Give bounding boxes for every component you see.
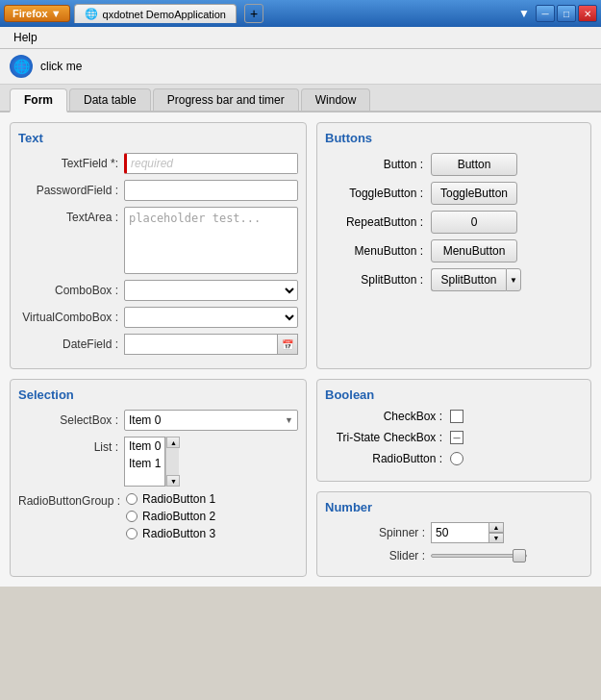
repeatbutton-row: RepeatButton : 0 [325, 211, 583, 234]
radiobutton-3-label: RadioButton 3 [142, 527, 215, 540]
selectbox-dropdown[interactable]: Item 0 ▼ [124, 410, 298, 431]
spinner-down-icon: ▼ [493, 535, 500, 541]
slider-wrap [431, 554, 583, 558]
firefox-label: Firefox [13, 8, 48, 19]
tristate-input[interactable]: ─ [450, 431, 463, 444]
datefield-wrap: 📅 [124, 334, 298, 355]
radiobutton-bool-row: RadioButton : [325, 452, 583, 465]
spinner-row: Spinner : ▲ ▼ [325, 522, 583, 543]
button-label: Button : [325, 158, 431, 171]
app-click-me-label[interactable]: click me [40, 60, 82, 73]
firefox-menu-button[interactable]: Firefox ▼ [4, 5, 70, 22]
app-header: 🌐 click me [0, 49, 601, 85]
splitbutton-arrow-btn[interactable]: ▼ [506, 268, 521, 291]
datefield-label: DateField : [18, 338, 124, 351]
textfield-row: TextField *: [18, 153, 298, 174]
combobox-label: ComboBox : [18, 284, 124, 297]
tab-favicon: 🌐 [85, 8, 98, 20]
tab-datatable-label: Data table [84, 93, 137, 107]
tab-form[interactable]: Form [10, 88, 67, 112]
new-tab-button[interactable]: + [244, 4, 263, 23]
textfield-label-text: TextField *: [62, 157, 118, 170]
virtualcombobox-label: VirtualComboBox : [18, 311, 124, 324]
list-label: List : [18, 437, 124, 454]
button-row: Button : Button [325, 153, 583, 176]
menubutton-btn[interactable]: MenuButton [431, 239, 517, 262]
textarea-input[interactable] [124, 207, 298, 274]
repeatbutton-btn[interactable]: 0 [431, 211, 517, 234]
textarea-label: TextArea : [18, 207, 124, 224]
menubutton-label: MenuButton : [325, 244, 431, 258]
splitbutton-arrow-icon: ▼ [510, 276, 517, 285]
datefield-calendar-button[interactable]: 📅 [277, 334, 298, 355]
app-tab-bar: Form Data table Progress bar and timer W… [0, 85, 601, 112]
number-section: Number Spinner : ▲ ▼ Slider : [316, 491, 591, 577]
slider-thumb[interactable] [513, 549, 526, 562]
textfield-input[interactable] [124, 153, 298, 174]
tab-window-label: Window [315, 93, 357, 107]
list-scroll-down-btn[interactable]: ▼ [166, 475, 180, 487]
list-row: List : Item 0 Item 1 ▲ ▼ [18, 437, 298, 487]
spinner-label: Spinner : [325, 526, 431, 539]
tab-window[interactable]: Window [301, 88, 371, 111]
browser-tab[interactable]: 🌐 qxdotnet DemoApplication [74, 4, 237, 23]
textarea-row: TextArea : [18, 207, 298, 274]
passwordfield-input[interactable] [124, 180, 298, 201]
virtualcombobox-select[interactable] [124, 307, 298, 328]
spinner-down-btn[interactable]: ▼ [488, 533, 504, 543]
buttons-section-title: Buttons [325, 131, 583, 145]
list-item[interactable]: Item 1 [125, 455, 164, 472]
firefox-arrow-icon: ▼ [51, 8, 62, 19]
list-item[interactable]: Item 0 [125, 438, 164, 455]
scroll-up-icon: ▲ [170, 439, 177, 446]
list-wrap: Item 0 Item 1 ▲ ▼ [124, 437, 179, 487]
combobox-select[interactable] [124, 280, 298, 301]
tab-dropdown[interactable]: ▼ [518, 7, 530, 20]
maximize-button[interactable]: □ [557, 5, 576, 22]
combobox-label-text: ComboBox : [55, 284, 118, 297]
text-section-title: Text [18, 131, 298, 145]
list-scroll-up-btn[interactable]: ▲ [166, 437, 180, 448]
slider-track[interactable] [431, 554, 527, 558]
app-favicon: 🌐 [13, 59, 30, 74]
menu-item-help[interactable]: Help [8, 29, 43, 46]
radiobutton-bool-input[interactable] [450, 452, 463, 465]
combobox-row: ComboBox : [18, 280, 298, 301]
tristate-row: Tri-State CheckBox : ─ [325, 431, 583, 444]
menubutton-row: MenuButton : MenuButton [325, 239, 583, 262]
radiobutton-1-label: RadioButton 1 [142, 492, 215, 506]
radiogroup-label: RadioButtonGroup : [18, 492, 126, 508]
spinner-up-icon: ▲ [493, 524, 500, 531]
radiobutton-2-label: RadioButton 2 [142, 510, 215, 523]
selectbox-row: SelectBox : Item 0 ▼ [18, 410, 298, 431]
radiobutton-1[interactable] [126, 493, 138, 505]
textarea-label-text: TextArea : [66, 211, 118, 224]
spinner-up-btn[interactable]: ▲ [488, 522, 504, 533]
close-button[interactable]: ✕ [578, 5, 597, 22]
minimize-button[interactable]: ─ [536, 5, 555, 22]
spinner-input[interactable] [431, 522, 488, 543]
tristate-label: Tri-State CheckBox : [325, 431, 450, 444]
slider-label: Slider : [325, 549, 431, 562]
close-icon: ✕ [584, 9, 591, 19]
selectbox-arrow-icon: ▼ [285, 415, 293, 425]
datefield-input[interactable] [124, 334, 277, 355]
selection-section-title: Selection [18, 388, 298, 402]
button-btn[interactable]: Button [431, 153, 517, 176]
radiobutton-3[interactable] [126, 528, 138, 539]
repeatbutton-label: RepeatButton : [325, 215, 431, 229]
tab-progressbar[interactable]: Progress bar and timer [153, 88, 299, 111]
virtualcombobox-label-text: VirtualComboBox : [22, 311, 118, 324]
radiobutton-2[interactable] [126, 511, 138, 522]
tristate-icon: ─ [453, 433, 460, 443]
app-icon: 🌐 [10, 55, 33, 78]
togglebutton-btn[interactable]: ToggleButton [431, 182, 517, 205]
selection-section: Selection SelectBox : Item 0 ▼ List : It… [10, 379, 307, 577]
list-box[interactable]: Item 0 Item 1 [124, 437, 165, 487]
checkbox-input[interactable] [450, 410, 463, 423]
splitbutton-main-btn[interactable]: SplitButton [431, 268, 506, 291]
virtualcombobox-row: VirtualComboBox : [18, 307, 298, 328]
tab-datatable[interactable]: Data table [69, 88, 151, 111]
splitbutton-wrap: SplitButton ▼ [431, 268, 521, 291]
splitbutton-row: SplitButton : SplitButton ▼ [325, 268, 583, 291]
